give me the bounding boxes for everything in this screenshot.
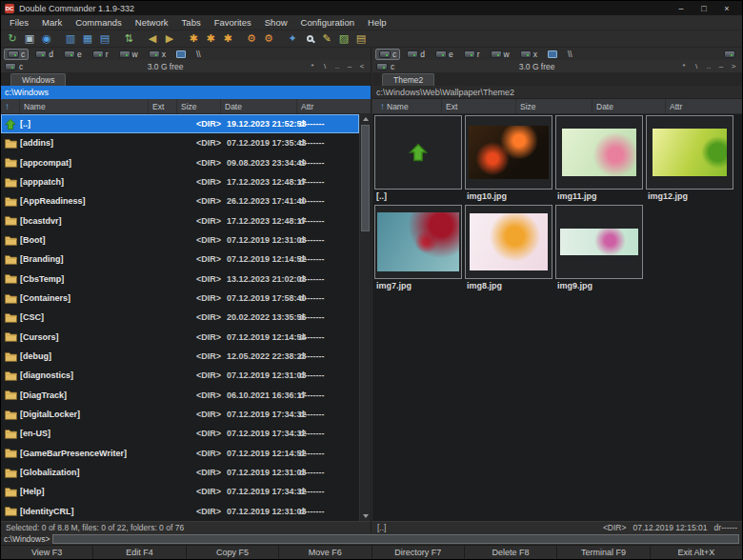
view-brief-button[interactable]: ▥ (62, 31, 79, 47)
file-row[interactable]: [Branding] <DIR> 07.12.2019 12:14:52 d--… (1, 250, 359, 269)
panel-corner-button[interactable]: .. (332, 61, 342, 71)
column-header-date[interactable]: Date (221, 99, 297, 113)
drive-e-button[interactable]: e (432, 49, 457, 60)
clipboard-button[interactable]: ▤ (352, 31, 370, 47)
fn-f6-button[interactable]: Move F6 (278, 546, 371, 559)
file-row[interactable]: [diagnostics] <DIR> 07.12.2019 12:31:03 … (1, 366, 359, 385)
thumbnail-item[interactable]: img11.jpg (555, 115, 645, 203)
left-path-bar[interactable]: c:\Windows (1, 86, 371, 99)
drive-w-button[interactable]: w (487, 49, 513, 60)
menu-files[interactable]: Files (3, 15, 35, 30)
file-row[interactable]: [AppReadiness] <DIR> 26.12.2023 17:41:40… (1, 191, 359, 210)
scroll-up-button[interactable] (360, 114, 371, 124)
menu-mark[interactable]: Mark (35, 15, 69, 30)
drive-w-button[interactable]: w (115, 49, 142, 60)
column-header-size[interactable]: Size (516, 99, 592, 113)
drive-overflow-button[interactable] (720, 49, 739, 60)
drive-r-button[interactable]: r (460, 49, 484, 60)
folder-left-button[interactable]: ◀ (144, 31, 161, 47)
drive-x-button[interactable]: x (145, 49, 170, 60)
sync-dirs-button[interactable]: ⚙ (243, 31, 260, 47)
file-row[interactable]: [bcastdvr] <DIR> 17.12.2023 12:48:17 d--… (1, 211, 359, 230)
file-row[interactable]: [Boot] <DIR> 07.12.2019 12:31:03 d------… (1, 230, 359, 250)
close-button[interactable]: × (715, 2, 738, 15)
fn-f5-button[interactable]: Copy F5 (186, 546, 278, 559)
edit-button[interactable]: ✎ (318, 31, 335, 47)
fn-f7-button[interactable]: Directory F7 (372, 546, 464, 559)
panel-corner-button[interactable]: .. (704, 61, 713, 71)
column-header-name[interactable]: ↑Name (372, 99, 442, 113)
file-row[interactable]: [Help] <DIR> 07.12.2019 17:34:32 d------… (1, 482, 359, 501)
menu-configuration[interactable]: Configuration (294, 15, 362, 30)
drive-e-button[interactable]: e (60, 49, 86, 60)
thumbnail-item[interactable]: img10.jpg (465, 115, 554, 203)
drive-x-button[interactable]: x (516, 49, 541, 60)
column-header-name[interactable]: Name (20, 99, 149, 113)
file-row[interactable]: [..] <DIR> 19.12.2023 21:52:53 d------- (1, 114, 359, 133)
menu-favorites[interactable]: Favorites (208, 15, 258, 30)
refresh-button[interactable]: ↻ (4, 31, 21, 47)
view-thumbnails-button[interactable]: ▤ (96, 31, 113, 47)
column-header-ext[interactable]: Ext (149, 99, 177, 113)
command-line-input[interactable] (52, 534, 739, 544)
file-row[interactable]: [addins] <DIR> 07.12.2019 17:35:43 d----… (1, 133, 359, 152)
menu-show[interactable]: Show (258, 15, 294, 30)
scrollbar-thumb[interactable] (361, 125, 370, 231)
drive-c-button[interactable]: c (4, 49, 29, 60)
fn-f8-button[interactable]: Delete F8 (464, 546, 556, 559)
menu-tabs[interactable]: Tabs (175, 15, 208, 30)
panel-corner-button[interactable]: – (716, 61, 726, 71)
options-button[interactable]: ◉ (38, 31, 55, 47)
column-header-ext[interactable]: Ext (442, 99, 516, 113)
fn-alt-x-button[interactable]: Exit Alt+X (650, 546, 742, 559)
column-header-attr[interactable]: Attr (666, 99, 742, 113)
drive-c-button[interactable]: c (375, 49, 400, 60)
column-header-date[interactable]: Date (592, 99, 666, 113)
thumbnail-item[interactable]: img9.jpg (555, 205, 645, 292)
fn-f3-button[interactable]: View F3 (1, 546, 92, 559)
unc-path-button[interactable]: \\ (564, 49, 576, 60)
panel-corner-button[interactable]: > (729, 61, 738, 71)
file-row[interactable]: [CSC] <DIR> 20.02.2022 13:35:56 d------- (1, 308, 359, 327)
open-terminal-button[interactable]: ▣ (21, 31, 38, 47)
drive-d-button[interactable]: d (31, 49, 57, 60)
folder-tree-button[interactable]: ▨ (335, 31, 352, 47)
panel-corner-button[interactable]: – (345, 61, 354, 71)
file-row[interactable]: [DiagTrack] <DIR> 06.10.2021 16:36:17 d-… (1, 386, 359, 405)
tab-theme2[interactable]: Theme2 (382, 73, 434, 86)
file-row[interactable]: [Containers] <DIR> 07.12.2019 17:58:40 d… (1, 289, 359, 308)
panel-corner-button[interactable]: * (308, 61, 317, 71)
file-row[interactable]: [DigitalLocker] <DIR> 07.12.2019 17:34:3… (1, 405, 359, 424)
right-path-bar[interactable]: c:\Windows\Web\Wallpaper\Theme2 (372, 86, 742, 99)
minimize-button[interactable]: – (670, 2, 693, 15)
panel-corner-button[interactable]: < (357, 61, 367, 71)
thumbnail-item[interactable]: img7.jpg (374, 205, 464, 292)
panel-corner-button[interactable]: \ (320, 61, 330, 71)
file-row[interactable]: [GameBarPresenceWriter] <DIR> 07.12.2019… (1, 444, 359, 463)
menu-help[interactable]: Help (361, 15, 393, 30)
drive-d-button[interactable]: d (403, 49, 429, 60)
file-row[interactable]: [CbsTemp] <DIR> 13.12.2023 21:02:03 d---… (1, 270, 359, 289)
network-drive-button[interactable] (172, 49, 190, 60)
thumbnail-item[interactable]: [..] (374, 115, 464, 203)
left-scrollbar[interactable] (359, 114, 371, 521)
thumbnail-item[interactable]: img12.jpg (646, 115, 735, 203)
panel-corner-button[interactable]: * (679, 61, 689, 71)
file-row[interactable]: [appcompat] <DIR> 09.08.2023 23:34:49 d-… (1, 153, 359, 172)
file-row[interactable]: [Cursors] <DIR> 07.12.2019 12:14:54 d---… (1, 328, 359, 347)
column-header-size[interactable]: Size (177, 99, 221, 113)
test-archive-button[interactable]: ✱ (219, 31, 236, 47)
maximize-button[interactable]: □ (693, 2, 715, 15)
folder-right-button[interactable]: ▶ (161, 31, 178, 47)
unc-path-button[interactable]: \\ (192, 49, 205, 60)
pack-button[interactable]: ✱ (185, 31, 202, 47)
search-button[interactable] (301, 31, 318, 47)
file-row[interactable]: [Globalization] <DIR> 07.12.2019 12:31:0… (1, 463, 359, 482)
view-full-button[interactable]: ▦ (79, 31, 96, 47)
panel-corner-button[interactable]: \ (692, 61, 701, 71)
thumbnail-item[interactable]: img8.jpg (465, 205, 554, 292)
fn-f4-button[interactable]: Edit F4 (92, 546, 185, 559)
fn-f9-button[interactable]: Terminal F9 (556, 546, 649, 559)
network-drive-button[interactable] (544, 49, 561, 60)
scroll-down-button[interactable] (360, 511, 371, 521)
